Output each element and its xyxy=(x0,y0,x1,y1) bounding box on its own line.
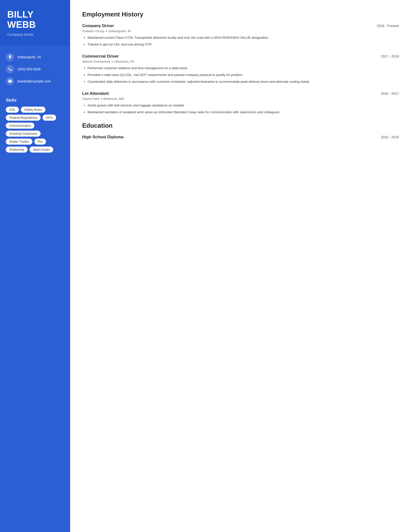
main-content: Employment History Company Driver 2019 -… xyxy=(70,0,411,532)
job-bullets-1: Performed customer relations and time ma… xyxy=(82,66,399,84)
email-icon xyxy=(6,77,14,85)
job-dates-1: 2017 - 2019 xyxy=(381,54,399,58)
job-company-0: Celadon Group Indianapolis, IN xyxy=(82,29,399,33)
job-dates-0: 2019 - Present xyxy=(377,24,399,28)
skill-dealership: Dealership xyxy=(6,147,28,152)
dot-icon xyxy=(101,98,102,99)
skill-greeting-customers: Greeting Customers xyxy=(6,131,41,137)
bullet-1-2: Coordinated daily deliveries in accordan… xyxy=(87,79,399,84)
job-block-1: Commercial Driver 2017 - 2019 Werner Ent… xyxy=(82,54,399,84)
job-company-1: Werner Enterprises Allentown, PA xyxy=(82,60,399,63)
candidate-name: BILLY WEBB xyxy=(7,10,63,30)
skill-communication: Communication xyxy=(6,123,34,129)
sidebar: BILLY WEBB Company Driver Indianapolis, … xyxy=(0,0,70,532)
job-block-0: Company Driver 2019 - Present Celadon Gr… xyxy=(82,23,399,47)
employment-section-title: Employment History xyxy=(82,11,399,18)
bullet-0-1: Trained to get my CDL and now driving OT… xyxy=(87,42,399,47)
education-section: Education High School Diploma 2016 - 201… xyxy=(82,122,399,140)
bullet-1-0: Performed customer relations and time ma… xyxy=(87,66,399,71)
skill-gps: GPS xyxy=(43,115,56,121)
skill-pre: Pre xyxy=(34,139,46,145)
skill-dealer-trades: Dealer Trades xyxy=(6,139,32,145)
skill-federal-regulations: Federal Regulations xyxy=(6,115,41,121)
dot-icon xyxy=(106,30,107,32)
contact-location: Indianapolis, IN xyxy=(6,53,64,61)
dot-icon xyxy=(112,61,113,62)
bullet-0-0: Maintained current Class A CDL Transport… xyxy=(87,35,399,40)
skill-cdl: CDL xyxy=(6,107,19,113)
skill-sales-goals: Sales Goals xyxy=(29,147,53,152)
skill-safety-rules: Safety Rules xyxy=(21,107,46,113)
sidebar-header: BILLY WEBB Company Driver xyxy=(0,0,70,45)
job-title-2: Lot Attendant xyxy=(82,91,109,96)
job-title-0: Company Driver xyxy=(82,23,114,28)
phone-icon xyxy=(6,65,14,73)
location-icon xyxy=(6,53,14,61)
edu-degree-0: High School Diploma xyxy=(82,135,123,140)
job-dates-2: 2016 - 2017 xyxy=(381,92,399,95)
skills-section: Skills CDL Safety Rules Federal Regulati… xyxy=(0,93,70,160)
edu-block-0: High School Diploma 2016 - 2016 xyxy=(82,135,399,140)
bullet-2-1: Maintained sanitation of assigned work a… xyxy=(87,110,399,115)
job-title-1: Commercial Driver xyxy=(82,54,119,59)
job-company-2: Towne Park Baltimore, MD xyxy=(82,97,399,101)
job-header-0: Company Driver 2019 - Present xyxy=(82,23,399,28)
job-bullets-0: Maintained current Class A CDL Transport… xyxy=(82,35,399,47)
skills-title: Skills xyxy=(6,98,64,103)
edu-dates-0: 2016 - 2016 xyxy=(381,135,399,139)
contact-section: Indianapolis, IN (350) 555-5648 bwebb@ex… xyxy=(0,45,70,93)
education-section-title: Education xyxy=(82,122,399,129)
job-bullets-2: Assist guests with bell services and lug… xyxy=(82,103,399,115)
job-header-1: Commercial Driver 2017 - 2019 xyxy=(82,54,399,59)
contact-email: bwebb@example.com xyxy=(6,77,64,85)
bullet-1-1: Provided a valid class (A) CDL, met DOT … xyxy=(87,73,399,78)
bullet-2-0: Assist guests with bell services and lug… xyxy=(87,103,399,108)
job-block-2: Lot Attendant 2016 - 2017 Towne Park Bal… xyxy=(82,91,399,115)
job-header-2: Lot Attendant 2016 - 2017 xyxy=(82,91,399,96)
candidate-title: Company Driver xyxy=(7,32,63,37)
skills-tags-container: CDL Safety Rules Federal Regulations GPS… xyxy=(6,107,64,152)
contact-phone: (350) 555-5648 xyxy=(6,65,64,73)
